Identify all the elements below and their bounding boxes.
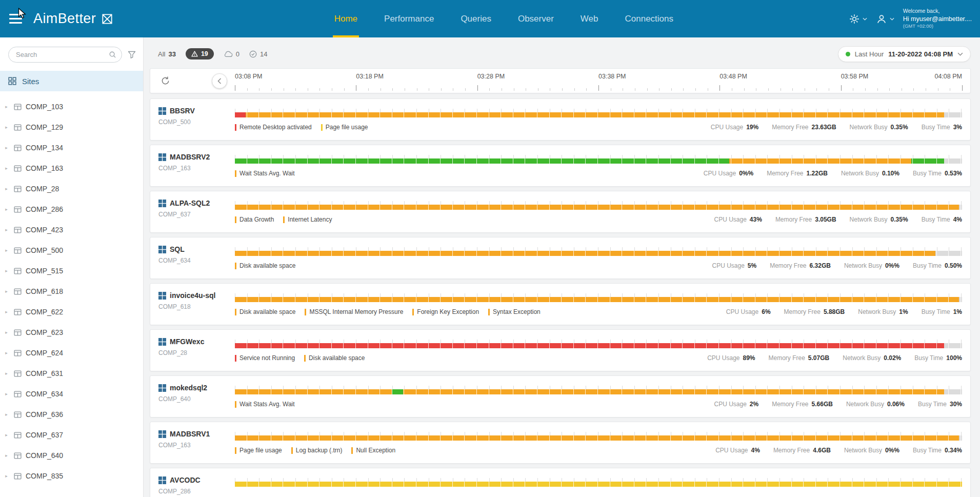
- refresh-button[interactable]: [161, 76, 170, 87]
- expand-arrow-icon[interactable]: ▸: [3, 453, 10, 458]
- sidebar-item[interactable]: ▸ COMP_640: [0, 445, 143, 466]
- expand-arrow-icon[interactable]: ▸: [3, 166, 10, 171]
- sidebar-item-sites[interactable]: Sites: [0, 71, 143, 91]
- sidebar-item[interactable]: ▸ COMP_515: [0, 261, 143, 281]
- site-server-icon: [14, 247, 22, 254]
- server-link[interactable]: BBSRV: [158, 107, 195, 115]
- nav-item-performance[interactable]: Performance: [383, 0, 435, 37]
- sidebar-item[interactable]: ▸ COMP_634: [0, 384, 143, 404]
- status-bar[interactable]: [235, 389, 962, 394]
- sidebar-item[interactable]: ▸ COMP_631: [0, 363, 143, 384]
- sidebar-item[interactable]: ▸ COMP_500: [0, 240, 143, 261]
- alert-item[interactable]: Internet Latency: [283, 216, 332, 223]
- expand-arrow-icon[interactable]: ▸: [3, 391, 10, 396]
- server-link[interactable]: SQL: [158, 245, 191, 253]
- server-link[interactable]: MADBSRV1: [158, 430, 210, 438]
- server-link[interactable]: ALPA-SQL2: [158, 199, 210, 207]
- alert-item[interactable]: Page file usage: [321, 124, 368, 131]
- settings-menu[interactable]: [849, 13, 867, 25]
- alert-item[interactable]: Page file usage: [235, 447, 282, 454]
- expand-arrow-icon[interactable]: ▸: [3, 207, 10, 212]
- nav-item-queries[interactable]: Queries: [459, 0, 493, 37]
- sidebar-item[interactable]: ▸ COMP_624: [0, 343, 143, 363]
- server-link[interactable]: mokedsql2: [158, 384, 207, 392]
- expand-arrow-icon[interactable]: ▸: [3, 104, 10, 109]
- sidebar-item[interactable]: ▸ COMP_622: [0, 302, 143, 322]
- alert-item[interactable]: Disk available space: [235, 262, 295, 269]
- nav-item-home[interactable]: Home: [333, 0, 359, 37]
- sidebar-item[interactable]: ▸ COMP_28: [0, 178, 143, 199]
- expand-arrow-icon[interactable]: ▸: [3, 125, 10, 130]
- alert-item[interactable]: Disk available space: [304, 354, 365, 362]
- alert-item[interactable]: Data Growth: [235, 216, 274, 223]
- expand-arrow-icon[interactable]: ▸: [3, 432, 10, 438]
- expand-arrow-icon[interactable]: ▸: [3, 371, 10, 376]
- brand-logo[interactable]: AimBetter: [33, 11, 114, 27]
- alert-item[interactable]: Wait Stats Avg. Wait: [235, 170, 295, 177]
- server-link[interactable]: AVCODC: [158, 476, 201, 484]
- expand-arrow-icon[interactable]: ▸: [3, 145, 10, 150]
- alert-item[interactable]: Service not Running: [235, 354, 295, 362]
- expand-arrow-icon[interactable]: ▸: [3, 473, 10, 479]
- status-bar[interactable]: [235, 112, 962, 117]
- search-input[interactable]: [8, 47, 122, 63]
- sidebar-item[interactable]: ▸ COMP_618: [0, 281, 143, 302]
- sidebar-item[interactable]: ▸ COMP_636: [0, 404, 143, 425]
- expand-arrow-icon[interactable]: ▸: [3, 227, 10, 232]
- server-row: invoice4u-sql COMP_618 Disk available sp…: [150, 283, 971, 325]
- metric-cpu: CPU Usage43%: [714, 216, 762, 223]
- server-link[interactable]: invoice4u-sql: [158, 291, 215, 300]
- sidebar-item[interactable]: ▸ COMP_103: [0, 96, 143, 117]
- alert-item[interactable]: Wait Stats Avg. Wait: [235, 401, 295, 408]
- expand-arrow-icon[interactable]: ▸: [3, 248, 10, 253]
- alert-item[interactable]: Syntax Exception: [488, 308, 541, 315]
- expand-arrow-icon[interactable]: ▸: [3, 350, 10, 355]
- sidebar-item[interactable]: ▸ COMP_134: [0, 137, 143, 158]
- server-meta-row: Disk available spaceMSSQL Internal Memor…: [235, 308, 962, 315]
- filter-all[interactable]: All 33: [158, 50, 176, 58]
- server-link[interactable]: MFGWexc: [158, 337, 204, 346]
- expand-arrow-icon[interactable]: ▸: [3, 309, 10, 314]
- expand-arrow-icon[interactable]: ▸: [3, 412, 10, 417]
- user-menu[interactable]: [876, 13, 894, 25]
- metric-cpu: CPU Usage89%: [707, 354, 755, 362]
- time-range-selector[interactable]: Last Hour 11-20-2022 04:08 PM: [838, 46, 971, 62]
- filter-alerts[interactable]: 19: [186, 48, 214, 59]
- alert-item[interactable]: Remote Desktop activated: [235, 124, 312, 131]
- status-bar[interactable]: [235, 482, 962, 487]
- funnel-icon: [128, 51, 136, 58]
- status-bar[interactable]: [235, 205, 962, 210]
- expand-arrow-icon[interactable]: ▸: [3, 289, 10, 294]
- nav-item-connections[interactable]: Connections: [624, 0, 675, 37]
- status-bar[interactable]: [235, 251, 962, 256]
- menu-button[interactable]: [9, 14, 22, 24]
- sidebar-item[interactable]: ▸ COMP_423: [0, 220, 143, 240]
- expand-arrow-icon[interactable]: ▸: [3, 268, 10, 273]
- sidebar-item[interactable]: ▸ COMP_637: [0, 425, 143, 445]
- status-bar[interactable]: [235, 297, 962, 302]
- filter-ok[interactable]: 14: [249, 50, 267, 58]
- status-bar[interactable]: [235, 158, 962, 164]
- nav-item-web[interactable]: Web: [579, 0, 600, 37]
- sidebar-item[interactable]: ▸ COMP_163: [0, 158, 143, 178]
- server-link[interactable]: MADBSRV2: [158, 153, 210, 161]
- expand-arrow-icon[interactable]: ▸: [3, 330, 10, 335]
- sidebar-item[interactable]: ▸ COMP_286: [0, 199, 143, 220]
- sidebar-item[interactable]: ▸ COMP_129: [0, 117, 143, 137]
- sidebar-item[interactable]: ▸ COMP_835: [0, 466, 143, 486]
- sidebar-item[interactable]: ▸ COMP_623: [0, 322, 143, 343]
- status-bar[interactable]: [235, 343, 962, 348]
- alert-item[interactable]: Null Exception: [351, 447, 395, 454]
- metric-label: Network Busy: [850, 124, 888, 131]
- filter-button[interactable]: [128, 51, 136, 58]
- expand-arrow-icon[interactable]: ▸: [3, 186, 10, 191]
- status-bar[interactable]: [235, 435, 962, 441]
- ruler-tick: [950, 88, 950, 91]
- nav-item-observer[interactable]: Observer: [516, 0, 555, 37]
- alert-item[interactable]: Disk available space: [235, 308, 295, 315]
- timeline-back-button[interactable]: [212, 73, 227, 89]
- alert-item[interactable]: Log backup (.trn): [291, 447, 343, 454]
- alert-item[interactable]: Foreign Key Exception: [412, 308, 479, 315]
- alert-item[interactable]: MSSQL Internal Memory Pressure: [305, 308, 403, 315]
- filter-cloud[interactable]: 0: [224, 50, 239, 58]
